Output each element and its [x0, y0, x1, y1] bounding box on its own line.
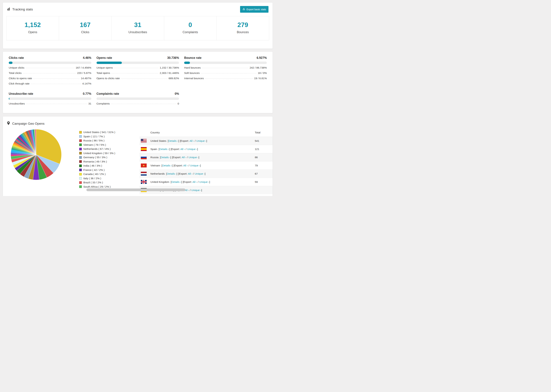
- details-link[interactable]: Details ›: [171, 181, 181, 183]
- export-unique-link[interactable]: Unique ›: [196, 139, 206, 142]
- legend-item-india[interactable]: India ( 46 / 3% ): [79, 164, 140, 167]
- flag-column-header: [140, 129, 149, 137]
- total-value: 541: [254, 137, 273, 145]
- total-value: 67: [254, 170, 273, 178]
- dotted-leader: [202, 68, 248, 68]
- country-name: Russia: [150, 156, 158, 159]
- export-all-link[interactable]: All ›: [180, 147, 185, 151]
- legend-item-romania[interactable]: Romania ( 49 / 3% ): [79, 160, 140, 163]
- legend-item-canada[interactable]: Canada ( 40 / 2% ): [79, 173, 140, 176]
- legend-item-vietnam[interactable]: Vietnam ( 79 / 5% ): [79, 143, 140, 147]
- details-link[interactable]: Details ›: [167, 172, 177, 175]
- metric-value: 14.497%: [81, 77, 91, 80]
- export-unique-link[interactable]: Unique ›: [187, 147, 197, 151]
- geo-table-header-row: Country Total: [140, 129, 273, 137]
- export-all-link[interactable]: All ›: [182, 156, 186, 159]
- tracking-stats-title-row: Tracking stats: [7, 7, 33, 11]
- slash: /: [186, 147, 186, 151]
- export-unique-link[interactable]: Unique ›: [188, 156, 198, 159]
- metric-value: 18 / 0%: [258, 71, 267, 75]
- country-name: United States: [150, 139, 166, 142]
- total-value: 59: [254, 178, 273, 186]
- complaints-rate-bar: [97, 98, 179, 100]
- details-link[interactable]: Details ›: [159, 147, 169, 151]
- metric-value: 1,152 / 30.736%: [160, 66, 179, 69]
- dotted-leader: [111, 73, 158, 73]
- bracket: ]: [178, 139, 179, 142]
- export-basic-stats-button[interactable]: Export basic stats: [240, 6, 268, 13]
- legend-label: Netherlands ( 67 / 4% ): [83, 147, 111, 151]
- stat-complaints: 0 Complaints: [164, 16, 217, 40]
- unsubscribe-rate-panel: Unsubscribe rate 0.77% Unsubscribes31: [9, 92, 91, 105]
- export-all-link[interactable]: All ›: [190, 139, 194, 142]
- legend-item-russia[interactable]: Russia ( 86 / 5% ): [79, 139, 140, 142]
- export-all-link[interactable]: All ›: [188, 172, 192, 175]
- geo-table-row: United Kingdom[Details ›][Export: All › …: [140, 178, 273, 186]
- opens-label: Opens: [7, 30, 59, 34]
- slash: /: [195, 139, 195, 142]
- legend-label: Russia ( 86 / 5% ): [83, 139, 104, 142]
- dotted-leader: [26, 104, 87, 104]
- clicks-rate-title: Clicks rate: [9, 56, 24, 60]
- geo-table: Country Total United States[Details ›][E…: [140, 129, 273, 194]
- legend-item-italy[interactable]: Italy ( 36 / 2% ): [79, 177, 140, 180]
- metric-label: Opens to clicks rate: [97, 77, 120, 80]
- clicks-rate-bar: [9, 62, 91, 64]
- legend-swatch: [79, 173, 82, 175]
- legend-swatch: [79, 160, 82, 163]
- clicks-rate-panel: Clicks rate 4.46% Unique clicks167 / 4.4…: [9, 56, 91, 85]
- complaints-rate-title: Complaints rate: [97, 92, 119, 96]
- metric-label: Unique opens: [97, 66, 113, 69]
- legend-item-netherlands[interactable]: Netherlands ( 67 / 4% ): [79, 147, 140, 151]
- export-unique-link[interactable]: Unique ›: [191, 189, 201, 192]
- bracket: ]: [172, 164, 173, 167]
- legend-item-united-kingdom[interactable]: United Kingdom ( 59 / 3% ): [79, 152, 140, 155]
- bounce-rate-bar-fill: [184, 62, 190, 64]
- legend-item-brazil[interactable]: Brazil ( 33 / 2% ): [79, 181, 140, 184]
- opens-rate-bar-fill: [97, 62, 122, 64]
- total-value: 79: [254, 161, 273, 170]
- export-unique-link[interactable]: Unique ›: [190, 164, 200, 167]
- legend-swatch: [79, 148, 82, 150]
- legend-label: Vietnam ( 79 / 5% ): [83, 143, 106, 147]
- bounce-rate-bar: [184, 62, 267, 64]
- bounce-rate-panel: Bounce rate 6.927% Hard bounces242 / 86.…: [184, 56, 267, 85]
- stat-bounces: 279 Bounces: [217, 16, 269, 40]
- legend-label: India ( 46 / 3% ): [83, 164, 102, 167]
- export-all-link[interactable]: All ›: [183, 164, 188, 167]
- country-name: Vietnam: [150, 164, 160, 167]
- legend-swatch: [79, 135, 82, 138]
- stat-unsubscribes: 31 Unsubscribes: [112, 16, 164, 40]
- bracket: ]: [177, 172, 177, 175]
- legend-swatch: [79, 177, 82, 180]
- unsubscribe-rate-title: Unsubscribe rate: [9, 92, 33, 96]
- metric-label: Clicks to opens rate: [9, 77, 32, 80]
- export-unique-link[interactable]: Unique ›: [199, 181, 209, 183]
- legend-item-france[interactable]: France ( 42 / 2% ): [79, 168, 140, 172]
- horizontal-scrollbar-thumb[interactable]: [86, 189, 185, 191]
- export-label: Export:: [184, 181, 192, 183]
- total-value: 86: [254, 153, 273, 161]
- geo-pie-chart[interactable]: [10, 129, 62, 180]
- details-link[interactable]: Details ›: [168, 139, 178, 142]
- details-link[interactable]: Details ›: [162, 164, 172, 167]
- total-value: [254, 186, 273, 194]
- export-unique-link[interactable]: Unique ›: [195, 172, 205, 175]
- metric-value: 167 / 4.456%: [76, 66, 91, 69]
- metric-label: Unsubscribes: [9, 102, 25, 105]
- dotted-leader: [121, 78, 167, 79]
- legend-item-spain[interactable]: Spain ( 121 / 7% ): [79, 135, 140, 138]
- complaints-count: 0: [164, 21, 216, 28]
- legend-item-united-states[interactable]: United States ( 541 / 31% ): [79, 131, 140, 134]
- unsubscribe-rate-bar-fill: [9, 98, 9, 100]
- export-label: Export:: [173, 156, 181, 159]
- export-label: Export:: [171, 147, 180, 151]
- metric-label: Complaints: [97, 102, 110, 105]
- dotted-leader: [33, 78, 80, 79]
- export-all-link[interactable]: All ›: [192, 181, 197, 183]
- legend-item-south-africa[interactable]: South Africa ( 29 / 2% ): [79, 185, 140, 188]
- united-states-flag-icon: [141, 139, 147, 143]
- bar-chart-icon: [7, 7, 10, 11]
- details-link[interactable]: Details ›: [161, 156, 170, 159]
- legend-item-germany[interactable]: Germany ( 55 / 3% ): [79, 156, 140, 159]
